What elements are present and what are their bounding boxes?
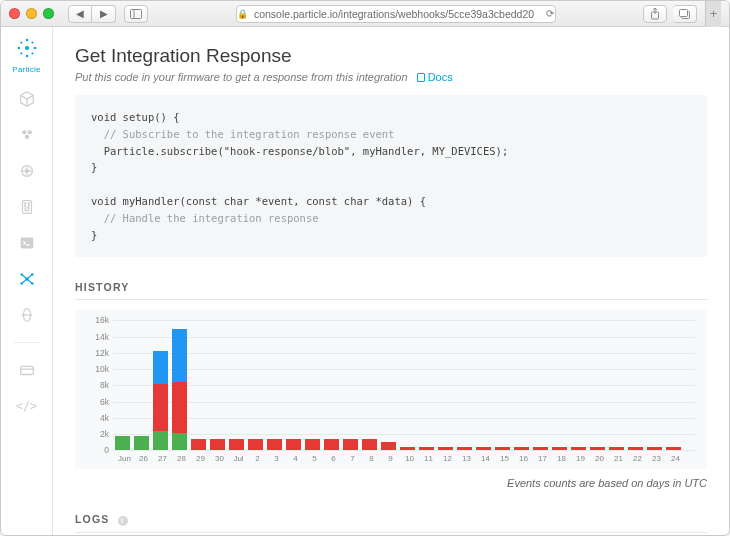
x-tick: 15: [497, 454, 512, 463]
chart-bar[interactable]: [305, 439, 320, 450]
chart-bar[interactable]: [229, 439, 244, 450]
chart-bar[interactable]: [381, 442, 396, 450]
chart-bar[interactable]: [362, 439, 377, 450]
x-tick: 11: [421, 454, 436, 463]
chart-bar[interactable]: [476, 447, 491, 450]
sidebar-item-devices[interactable]: [16, 160, 38, 182]
svg-line-34: [21, 279, 26, 284]
subtitle-text: Put this code in your firmware to get a …: [75, 71, 408, 83]
back-button[interactable]: ◀: [68, 5, 92, 23]
bar-segment-error: [248, 439, 263, 450]
code-line: // Subscribe to the integration response…: [91, 128, 394, 140]
zoom-window-button[interactable]: [43, 8, 54, 19]
bar-segment-error: [628, 447, 643, 450]
bar-segment-error: [514, 447, 529, 450]
minimize-window-button[interactable]: [26, 8, 37, 19]
svg-point-22: [28, 203, 29, 204]
chart-bar[interactable]: [438, 447, 453, 450]
particle-logo-icon[interactable]: [14, 35, 40, 61]
svg-point-14: [22, 130, 26, 134]
chart-bar[interactable]: [153, 351, 168, 450]
bar-segment-error: [590, 447, 605, 450]
docs-link[interactable]: Docs: [417, 71, 453, 83]
x-tick: 16: [516, 454, 531, 463]
sidebar-item-sims[interactable]: [16, 196, 38, 218]
x-tick: 30: [212, 454, 227, 463]
bar-segment-error: [495, 447, 510, 450]
chart-bar[interactable]: [666, 447, 681, 450]
svg-rect-19: [22, 201, 31, 214]
svg-point-23: [24, 205, 25, 206]
history-chart: 16k14k12k10k8k6k4k2k0 Jun2627282930Jul23…: [75, 310, 707, 469]
titlebar: ◀ ▶ 🔒 console.particle.io/integrations/w…: [1, 1, 729, 27]
left-sidebar: Particle: [1, 27, 53, 535]
x-tick: 5: [307, 454, 322, 463]
x-tick: Jul: [231, 454, 246, 463]
reload-icon[interactable]: ⟳: [540, 8, 554, 19]
bar-segment-error: [457, 447, 472, 450]
chart-bar[interactable]: [134, 436, 149, 451]
chart-bar[interactable]: [533, 447, 548, 450]
chart-bar[interactable]: [495, 447, 510, 450]
chart-bar[interactable]: [552, 447, 567, 450]
chart-x-axis: Jun2627282930Jul234567891011121314151617…: [87, 450, 695, 463]
tabs-button[interactable]: [673, 5, 697, 23]
code-icon: </>: [16, 399, 38, 413]
bar-segment-success: [172, 433, 187, 451]
info-icon[interactable]: i: [118, 516, 128, 526]
chart-bar[interactable]: [324, 439, 339, 450]
chart-footer: Events counts are based on days in UTC: [75, 477, 707, 489]
bar-segment-error: [666, 447, 681, 450]
chart-bar[interactable]: [210, 439, 225, 450]
chart-bar[interactable]: [571, 447, 586, 450]
sidebar-item-products[interactable]: [16, 88, 38, 110]
chart-bar[interactable]: [514, 447, 529, 450]
chart-bar[interactable]: [267, 439, 282, 450]
chart-bar[interactable]: [286, 439, 301, 450]
forward-button[interactable]: ▶: [92, 5, 116, 23]
x-tick: 17: [535, 454, 550, 463]
chart-bar[interactable]: [457, 447, 472, 450]
address-bar[interactable]: 🔒 console.particle.io/integrations/webho…: [236, 5, 556, 23]
x-tick: 8: [364, 454, 379, 463]
chart-bar[interactable]: [419, 447, 434, 450]
chart-bar[interactable]: [172, 329, 187, 451]
bar-segment-error: [210, 439, 225, 450]
x-tick: 27: [155, 454, 170, 463]
bar-segment-error: [286, 439, 301, 450]
sidebar-item-auth[interactable]: [16, 304, 38, 326]
svg-rect-4: [679, 9, 687, 16]
x-tick: 7: [345, 454, 360, 463]
tab-overview-button[interactable]: [124, 5, 148, 23]
x-tick: 22: [630, 454, 645, 463]
sidebar-item-billing[interactable]: [16, 359, 38, 381]
chart-bar[interactable]: [628, 447, 643, 450]
svg-point-12: [20, 52, 22, 54]
svg-point-24: [28, 205, 29, 206]
history-heading: History: [75, 281, 707, 300]
chart-bar[interactable]: [590, 447, 605, 450]
svg-point-10: [20, 41, 22, 43]
sidebar-item-code[interactable]: </>: [16, 395, 38, 417]
code-line: // Handle the integration response: [91, 212, 319, 224]
x-tick: 18: [554, 454, 569, 463]
chart-bar[interactable]: [191, 439, 206, 450]
sidebar-item-groups[interactable]: [16, 124, 38, 146]
bar-segment-error: [324, 439, 339, 450]
svg-point-21: [24, 203, 25, 204]
chart-bar[interactable]: [647, 447, 662, 450]
chart-bar[interactable]: [343, 439, 358, 450]
chart-bar[interactable]: [609, 447, 624, 450]
chart-bar[interactable]: [115, 436, 130, 451]
share-button[interactable]: [643, 5, 667, 23]
sidebar-item-integrations[interactable]: [16, 268, 38, 290]
chart-bar[interactable]: [400, 447, 415, 450]
code-line: Particle.subscribe("hook-response/blob",…: [91, 145, 508, 157]
x-tick: 6: [326, 454, 341, 463]
new-tab-button[interactable]: +: [705, 1, 721, 27]
chart-bar[interactable]: [248, 439, 263, 450]
close-window-button[interactable]: [9, 8, 20, 19]
code-line: }: [91, 161, 97, 173]
logs-heading-text: Logs: [75, 513, 110, 525]
sidebar-item-console[interactable]: [16, 232, 38, 254]
